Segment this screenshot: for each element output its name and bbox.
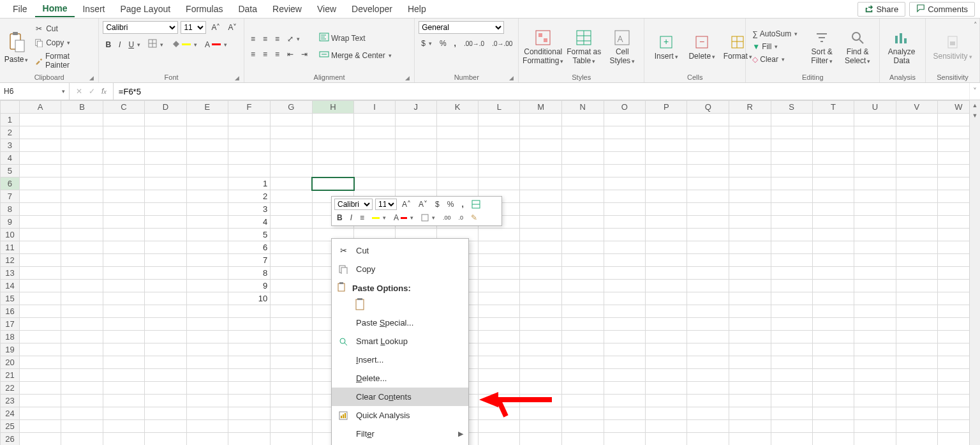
cell[interactable] <box>271 280 313 292</box>
cell[interactable] <box>479 318 520 331</box>
cell[interactable] <box>19 203 61 216</box>
row-header[interactable]: 5 <box>1 165 20 177</box>
cell[interactable] <box>562 407 604 420</box>
cell[interactable] <box>61 305 103 318</box>
cell[interactable] <box>604 369 646 382</box>
cell[interactable] <box>854 165 896 177</box>
cell[interactable] <box>520 395 562 407</box>
cell[interactable] <box>145 216 186 229</box>
cell[interactable] <box>812 331 854 343</box>
cell[interactable] <box>103 254 144 267</box>
cell[interactable] <box>103 216 144 229</box>
cell[interactable] <box>436 126 478 139</box>
column-header[interactable]: J <box>395 101 436 114</box>
cell[interactable] <box>61 280 103 292</box>
alignment-dialog-launcher-icon[interactable]: ◢ <box>405 75 412 81</box>
formula-input[interactable] <box>114 83 969 100</box>
cells-insert-button[interactable]: + Insert <box>648 32 684 61</box>
paste-button[interactable]: Paste <box>4 29 29 64</box>
name-box[interactable]: H6 ▾ <box>0 83 70 100</box>
cell[interactable] <box>562 152 604 165</box>
underline-button[interactable]: U <box>126 39 143 50</box>
format-as-table-button[interactable]: Format as Table <box>563 27 604 66</box>
cell[interactable] <box>520 229 562 241</box>
cell[interactable] <box>271 216 313 229</box>
cell[interactable] <box>854 267 896 280</box>
mini-font-color-icon[interactable]: A <box>391 212 416 223</box>
cell[interactable] <box>771 343 812 356</box>
cell[interactable] <box>479 114 520 126</box>
cell[interactable] <box>271 433 313 446</box>
cell[interactable] <box>61 165 103 177</box>
cell[interactable] <box>436 114 478 126</box>
cell[interactable] <box>562 331 604 343</box>
ctx-copy[interactable]: Copy <box>332 260 468 278</box>
cell[interactable] <box>19 280 61 292</box>
cell[interactable] <box>854 292 896 305</box>
cell[interactable] <box>729 267 771 280</box>
cell[interactable] <box>896 331 937 343</box>
cell[interactable] <box>771 152 812 165</box>
cell[interactable] <box>479 165 520 177</box>
cell[interactable] <box>228 420 270 433</box>
cell[interactable] <box>771 190 812 203</box>
cell[interactable] <box>103 382 144 395</box>
column-header[interactable]: N <box>562 101 604 114</box>
column-header[interactable]: C <box>103 101 144 114</box>
cell[interactable] <box>854 369 896 382</box>
cell[interactable] <box>19 177 61 190</box>
cell[interactable]: 1 <box>228 177 270 190</box>
cell[interactable] <box>19 356 61 369</box>
cell[interactable] <box>228 343 270 356</box>
cell[interactable] <box>271 395 313 407</box>
cell[interactable] <box>61 229 103 241</box>
cell[interactable]: 9 <box>228 280 270 292</box>
share-button[interactable]: Share <box>858 2 905 17</box>
cell[interactable] <box>687 305 729 318</box>
tab-page-layout[interactable]: Page Layout <box>112 1 178 17</box>
cell[interactable] <box>729 229 771 241</box>
clear-button[interactable]: ◇ Clear <box>750 54 800 65</box>
cell[interactable] <box>604 305 646 318</box>
bold-button[interactable]: B <box>103 39 114 50</box>
cell[interactable] <box>687 126 729 139</box>
ctx-cut[interactable]: ✂ Cut <box>332 241 468 260</box>
mini-border-icon[interactable] <box>419 213 438 223</box>
cell[interactable] <box>145 190 186 203</box>
cell[interactable] <box>604 318 646 331</box>
cell[interactable] <box>479 177 520 190</box>
cell[interactable] <box>186 305 228 318</box>
cell[interactable] <box>771 126 812 139</box>
row-header[interactable]: 22 <box>1 382 20 395</box>
cell[interactable] <box>812 280 854 292</box>
cell[interactable] <box>687 241 729 254</box>
cell[interactable] <box>145 114 186 126</box>
cell[interactable] <box>812 114 854 126</box>
cell[interactable] <box>854 152 896 165</box>
cell[interactable] <box>520 407 562 420</box>
mini-align-icon[interactable]: ≡ <box>357 212 367 223</box>
tab-formulas[interactable]: Formulas <box>178 1 230 17</box>
cell[interactable] <box>562 318 604 331</box>
cell[interactable] <box>145 407 186 420</box>
cell[interactable] <box>19 395 61 407</box>
cell[interactable] <box>896 395 937 407</box>
cell[interactable]: 3 <box>228 203 270 216</box>
cell[interactable] <box>854 356 896 369</box>
row-header[interactable]: 21 <box>1 369 20 382</box>
cell[interactable] <box>646 292 687 305</box>
align-top-icon[interactable]: ≡ <box>248 33 258 45</box>
cell[interactable] <box>271 126 313 139</box>
cell[interactable] <box>479 395 520 407</box>
row-header[interactable]: 9 <box>1 216 20 229</box>
cell[interactable] <box>771 177 812 190</box>
cell[interactable] <box>896 280 937 292</box>
cell[interactable] <box>729 292 771 305</box>
cell[interactable] <box>646 420 687 433</box>
cell[interactable] <box>312 126 353 139</box>
cell[interactable] <box>19 420 61 433</box>
cell[interactable] <box>562 190 604 203</box>
cell[interactable] <box>61 356 103 369</box>
tab-developer[interactable]: Developer <box>344 1 400 17</box>
column-header[interactable]: A <box>19 101 61 114</box>
